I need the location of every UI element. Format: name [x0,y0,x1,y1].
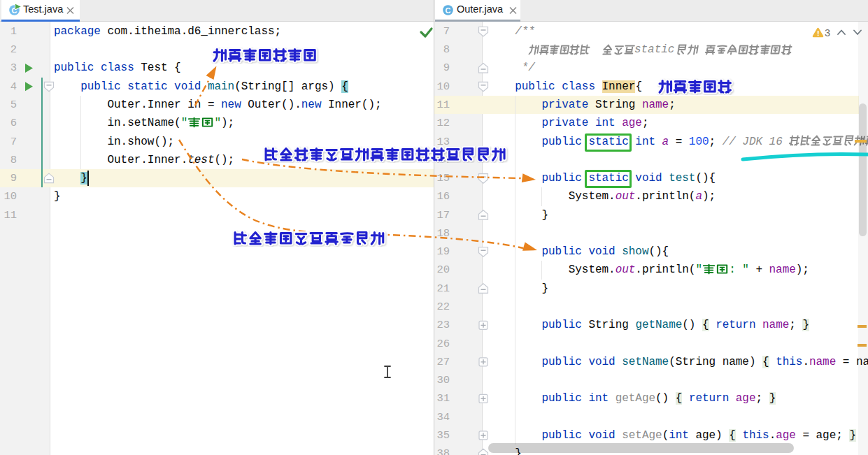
svg-text:3: 3 [825,27,830,38]
svg-text:C: C [446,6,451,15]
